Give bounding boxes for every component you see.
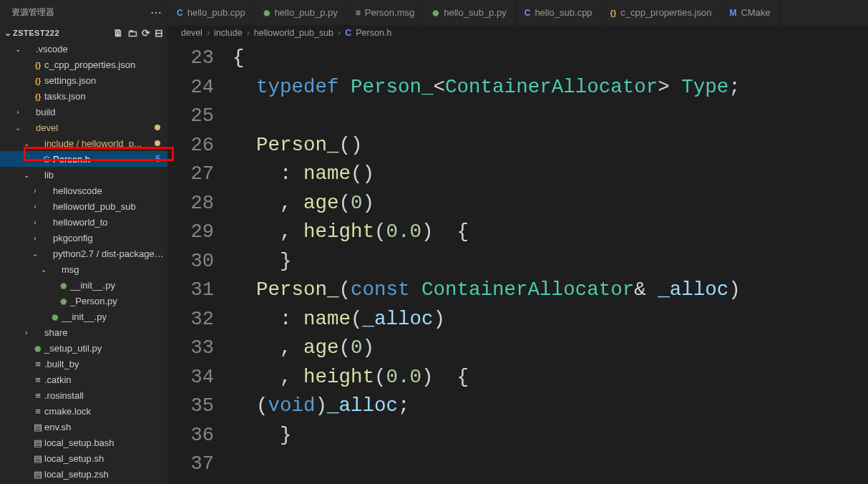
tree-item[interactable]: python2.7 / dist-packages / ... [0, 246, 167, 261]
tree-item[interactable]: .rosinstall [0, 387, 167, 403]
tree-item[interactable]: env.sh [0, 419, 167, 435]
tree-item-label: share [44, 327, 167, 338]
code-content[interactable]: { typedef Person_<ContainerAllocator> Ty… [233, 41, 868, 484]
editor-tab[interactable]: hello_pub.cpp [168, 0, 255, 25]
tree-item[interactable]: _Person.py [0, 293, 167, 309]
tree-item-label: helloworld_to [53, 217, 167, 228]
tree-item[interactable]: helloworld_pub_sub [0, 198, 167, 214]
tab-label: CMake [741, 7, 770, 18]
tree-item[interactable]: _setup_util.py [0, 340, 167, 356]
sh-file-icon [31, 422, 44, 432]
python-file-icon [263, 8, 270, 18]
code-line: } [233, 421, 868, 450]
tree-item-label: msg [62, 264, 167, 275]
tree-item-label: devel [36, 122, 167, 133]
code-line: Person_(const ContainerAllocator& _alloc… [233, 276, 868, 305]
problems-badge: 5 [155, 154, 167, 164]
line-number: 26 [168, 131, 214, 160]
tree-item[interactable]: msg [0, 261, 167, 277]
file-tree: .vscodec_cpp_properties.jsonsettings.jso… [0, 41, 167, 484]
chevron-right-icon [30, 203, 40, 210]
editor-tab[interactable]: c_cpp_properties.json [602, 0, 721, 25]
py-file-icon [57, 296, 70, 306]
chevron-down-icon [21, 171, 31, 179]
tree-item[interactable]: settings.json [0, 72, 167, 88]
line-number: 27 [168, 160, 214, 189]
chevron-down-icon [21, 140, 31, 147]
tree-item[interactable]: include / helloworld_p... [0, 135, 167, 151]
tree-item-label: settings.json [44, 75, 167, 86]
tree-item-label: .catkin [44, 374, 167, 385]
tree-item[interactable]: local_setup.zsh [0, 466, 167, 482]
tree-item-label: build [36, 107, 167, 117]
tree-item[interactable]: local_setup.bash [0, 435, 167, 450]
tree-item[interactable]: .built_by [0, 356, 167, 372]
editor-tab[interactable]: MCMake [721, 0, 779, 25]
line-number: 28 [168, 189, 214, 218]
chevron-down-icon [13, 124, 23, 132]
tree-item[interactable]: __init__.py [0, 277, 167, 293]
c-file-icon [40, 154, 53, 165]
tree-item[interactable]: pkgconfig [0, 230, 167, 246]
code-line: (void)_alloc; [233, 392, 868, 421]
code-editor[interactable]: 232425262728293031323334353637 { typedef… [168, 41, 868, 484]
editor-tab[interactable]: hello_sub_p.py [424, 0, 515, 25]
editor-area: hello_pub.cpphello_pub_p.pyPerson.msghel… [168, 0, 868, 484]
tree-item-label: _Person.py [70, 296, 167, 306]
code-line [233, 102, 868, 131]
tree-item[interactable]: tasks.json [0, 88, 167, 104]
line-number: 23 [168, 44, 214, 73]
tree-item[interactable]: .catkin [0, 372, 167, 387]
cpp-file-icon [525, 8, 531, 18]
tree-item[interactable]: cmake.lock [0, 403, 167, 419]
py-file-icon [31, 343, 44, 354]
editor-tab[interactable]: Person.msg [347, 0, 424, 25]
tree-item-label: include / helloworld_p... [44, 138, 167, 149]
tree-item[interactable]: lib [0, 167, 167, 183]
tree-item-label: helloworld_pub_sub [53, 201, 167, 212]
chevron-right-icon [30, 234, 40, 242]
new-file-icon[interactable]: 🗎 [113, 27, 123, 39]
text-file-icon [31, 359, 44, 369]
tree-item[interactable]: helloworld_to [0, 214, 167, 230]
project-actions: 🗎 🗀 ⟳ ⊟ [113, 27, 163, 39]
tree-item[interactable]: Person.h5 [0, 151, 167, 167]
py-file-icon [57, 280, 70, 291]
breadcrumb-item[interactable]: include [214, 28, 243, 38]
new-folder-icon[interactable]: 🗀 [127, 27, 137, 39]
tree-item[interactable]: .vscode [0, 41, 167, 57]
refresh-icon[interactable]: ⟳ [142, 27, 150, 39]
tree-item[interactable]: hellovscode [0, 183, 167, 198]
code-line: , age(0) [233, 189, 868, 218]
breadcrumb-item[interactable]: helloworld_pub_sub [254, 28, 333, 38]
tree-item[interactable]: __init__.py [0, 309, 167, 324]
line-number: 35 [168, 392, 214, 421]
sh-file-icon [31, 453, 44, 464]
sh-file-icon [31, 437, 44, 448]
tree-item[interactable]: devel [0, 120, 167, 135]
tab-label: hello_pub.cpp [187, 7, 245, 18]
breadcrumb-item[interactable]: devel [181, 28, 203, 38]
tree-item-label: c_cpp_properties.json [44, 59, 167, 70]
more-icon[interactable]: ⋯ [150, 6, 162, 19]
editor-tab[interactable]: hello_pub_p.py [255, 0, 347, 25]
breadcrumb-item[interactable]: Person.h [356, 28, 391, 38]
project-header[interactable]: ZSTEST222 🗎 🗀 ⟳ ⊟ [0, 25, 167, 41]
tree-item-label: lib [44, 170, 167, 180]
tree-item[interactable]: build [0, 104, 167, 120]
editor-tab[interactable]: hello_sub.cpp [516, 0, 602, 25]
sidebar: 资源管理器 ⋯ ZSTEST222 🗎 🗀 ⟳ ⊟ .vscodec_cpp_p… [0, 0, 168, 484]
breadcrumb[interactable]: devel›include›helloworld_pub_sub›CPerson… [168, 25, 868, 41]
py-file-icon [49, 311, 62, 322]
line-number: 30 [168, 247, 214, 276]
tree-item[interactable]: c_cpp_properties.json [0, 57, 167, 72]
tab-label: hello_pub_p.py [275, 7, 338, 18]
chevron-right-icon [30, 187, 40, 195]
collapse-icon[interactable]: ⊟ [155, 27, 163, 39]
tree-item-label: cmake.lock [44, 406, 167, 417]
tree-item-label: local_setup.zsh [44, 469, 167, 480]
chevron-right-icon [21, 329, 31, 337]
c-file-icon: C [345, 28, 351, 38]
tree-item[interactable]: share [0, 324, 167, 340]
tree-item[interactable]: local_setup.sh [0, 450, 167, 466]
